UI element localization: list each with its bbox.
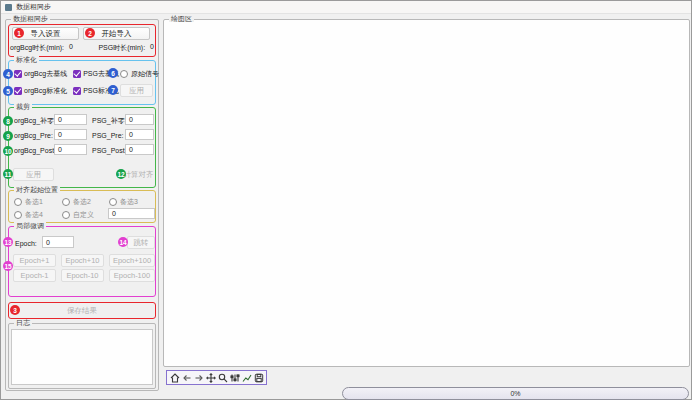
plot-area-title: 绘图区: [169, 15, 194, 22]
orgbcg-detrend-checkbox[interactable]: [14, 70, 22, 78]
annotation-badge-5: 5: [3, 86, 13, 96]
jump-button[interactable]: 跳转: [127, 236, 155, 249]
epoch-input[interactable]: 0: [42, 236, 74, 248]
progress-bar: 0%: [342, 387, 689, 400]
log-textarea[interactable]: [11, 329, 153, 385]
orgbcg-normalize-checkbox[interactable]: [14, 87, 22, 95]
annotation-badge-7: 7: [108, 85, 118, 95]
psg-post-label: PSG_Post:: [92, 147, 127, 154]
calc-align-button[interactable]: 计算对齐: [122, 168, 155, 181]
align-option-custom[interactable]: 自定义: [62, 209, 94, 220]
annotation-badge-11: 11: [3, 169, 13, 179]
raw-signal-label: 原始信号: [131, 69, 159, 79]
psg-padzero-input[interactable]: 0: [125, 114, 154, 125]
crop-row-post: orgBcg_Post:: [14, 145, 54, 156]
epoch-plus100-button[interactable]: Epoch+100: [109, 254, 155, 267]
jump-label: 跳转: [134, 238, 149, 248]
annotation-badge-15: 15: [3, 261, 13, 271]
annotation-badge-10: 10: [3, 146, 13, 156]
psg-post-labelrow: PSG_Post:: [92, 145, 127, 156]
epoch-plus1-button[interactable]: Epoch+1: [13, 254, 56, 267]
option2-radio[interactable]: [62, 198, 70, 206]
start-import-label: 开始导入: [102, 29, 132, 39]
align-start-title: 对齐起始位置: [14, 186, 60, 193]
save-results-button[interactable]: 保存结果: [11, 304, 153, 317]
finetune-title: 局部微调: [14, 222, 46, 229]
psg-normalize-checkbox[interactable]: [73, 87, 81, 95]
forward-icon[interactable]: [193, 372, 204, 384]
epoch-minus100-label: Epoch-100: [114, 271, 150, 280]
duration-row: orgBcg时长(min): 0 PSG时长(min): 0: [10, 43, 154, 53]
align-option-4[interactable]: 备选4: [14, 209, 43, 220]
normalize-section: 标准化: [8, 60, 156, 105]
plot-toolbar: [166, 370, 267, 385]
annotation-badge-4: 4: [3, 69, 13, 79]
psg-post-input[interactable]: 0: [125, 144, 154, 155]
epoch-plus1-label: Epoch+1: [20, 256, 50, 265]
window-title: 数据粗同步: [16, 2, 51, 12]
option3-radio[interactable]: [109, 198, 117, 206]
raw-signal-row: 原始信号: [120, 68, 159, 79]
home-icon[interactable]: [169, 372, 180, 384]
psg-duration-label: PSG时长(min):: [98, 43, 145, 53]
plot-canvas[interactable]: [166, 22, 687, 364]
psg-pre-labelrow: PSG_Pre:: [92, 130, 124, 141]
epoch-label: Epoch:: [15, 240, 37, 247]
epoch-plus10-button[interactable]: Epoch+10: [61, 254, 104, 267]
epoch-minus10-button[interactable]: Epoch-10: [61, 269, 104, 282]
epoch-minus1-button[interactable]: Epoch-1: [13, 269, 56, 282]
titlebar: 数据粗同步: [1, 1, 691, 14]
custom-label: 自定义: [73, 210, 94, 220]
crop-apply-label: 应用: [26, 170, 41, 180]
annotation-badge-8: 8: [3, 116, 13, 126]
customize-icon[interactable]: [241, 372, 252, 384]
psg-duration-value: 0: [150, 43, 154, 53]
import-settings-label: 导入设置: [31, 29, 61, 39]
psg-pre-input[interactable]: 0: [125, 129, 154, 140]
orgbcg-normalize-label: orgBcg标准化: [24, 86, 67, 96]
orgbcg-detrend-label: orgBcg去基线: [24, 69, 67, 79]
align-option-3[interactable]: 备选3: [109, 196, 138, 207]
calc-align-label: 计算对齐: [124, 170, 154, 180]
subplots-icon[interactable]: [229, 372, 240, 384]
psg-detrend-checkbox[interactable]: [73, 70, 81, 78]
orgbcg-pre-input[interactable]: 0: [54, 129, 87, 140]
option1-label: 备选1: [25, 197, 43, 207]
orgbcg-padzero-input[interactable]: 0: [54, 114, 87, 125]
detrend-row: orgBcg去基线 PSG去基线: [14, 68, 119, 79]
zoom-icon[interactable]: [217, 372, 228, 384]
raw-signal-radio[interactable]: [120, 70, 128, 78]
save-results-label: 保存结果: [67, 306, 97, 316]
epoch-minus100-button[interactable]: Epoch-100: [109, 269, 155, 282]
align-option-2[interactable]: 备选2: [62, 196, 91, 207]
normalize-row: orgBcg标准化 PSG标准化: [14, 85, 119, 96]
psg-padzero-label: PSG_补零:: [92, 116, 127, 126]
option1-radio[interactable]: [14, 198, 22, 206]
align-option-1[interactable]: 备选1: [14, 196, 43, 207]
epoch-plus100-label: Epoch+100: [113, 256, 151, 265]
annotation-badge-6: 6: [108, 68, 118, 78]
app-icon: [5, 4, 12, 11]
crop-apply-button[interactable]: 应用: [13, 168, 54, 181]
crop-row-pre: orgBcg_Pre:: [14, 130, 54, 141]
back-icon[interactable]: [181, 372, 192, 384]
normalize-apply-button[interactable]: 应用: [120, 84, 153, 97]
option4-radio[interactable]: [14, 211, 22, 219]
annotation-badge-1: 1: [14, 28, 24, 38]
orgbcg-post-input[interactable]: 0: [54, 144, 87, 155]
crop-section-title: 裁剪: [14, 103, 32, 110]
save-icon[interactable]: [253, 372, 264, 384]
annotation-badge-13: 13: [3, 237, 13, 247]
orgbcg-duration-value: 0: [69, 43, 73, 53]
left-panel-title: 数据粗同步: [11, 15, 50, 22]
crop-row-padzero: orgBcg_补零:: [14, 115, 54, 126]
psg-padzero-labelrow: PSG_补零:: [92, 115, 127, 126]
option3-label: 备选3: [120, 197, 138, 207]
psg-pre-label: PSG_Pre:: [92, 132, 124, 139]
annotation-badge-2: 2: [85, 28, 95, 38]
pan-icon[interactable]: [205, 372, 216, 384]
custom-radio[interactable]: [62, 211, 70, 219]
annotation-badge-14: 14: [118, 237, 128, 247]
custom-position-input[interactable]: 0: [108, 208, 155, 219]
epoch-minus1-label: Epoch-1: [21, 271, 49, 280]
